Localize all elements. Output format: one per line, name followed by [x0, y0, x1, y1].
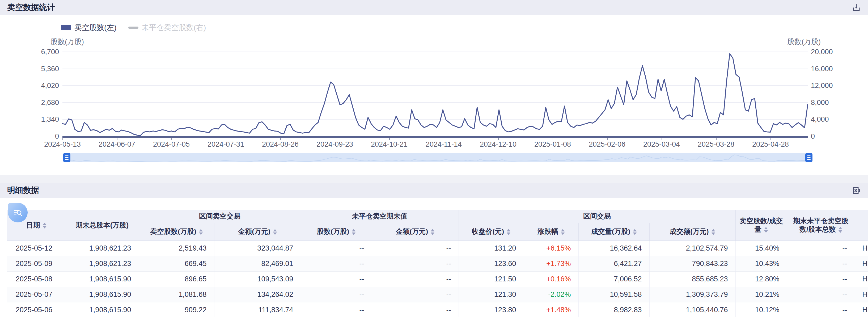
cell-short-shares: 1,081.68 [139, 287, 214, 302]
cell-ratio: 10.12% [736, 302, 787, 317]
cell-turnover: 1,309,373.79 [649, 287, 736, 302]
cell-short-amount: 323,044.87 [214, 241, 301, 256]
short-shares-line-series [0, 15, 868, 176]
chart-panel-header: 卖空数据统计 [0, 0, 868, 15]
detail-data-table: 日期 期末总股本(万股) 区间卖空交易 未平仓卖空期末值 区间交易 卖空股数/成… [7, 210, 868, 317]
cell-extra: H [855, 287, 868, 302]
cell-open-shares: -- [301, 256, 372, 271]
sort-icon[interactable] [633, 229, 637, 235]
cell-change: +0.16% [524, 271, 579, 287]
cell-date: 2025-05-09 [7, 256, 66, 271]
cell-capital: 1,908,621.23 [66, 256, 139, 271]
group-header-open-short: 未平仓卖空期末值 [301, 210, 459, 223]
cell-change: -2.02% [524, 287, 579, 302]
cell-capital: 1,908,615.90 [66, 271, 139, 287]
table-row: 2025-05-061,908,615.90909.22111,834.74--… [7, 302, 868, 317]
cell-extra: H [855, 241, 868, 256]
datazoom-slider[interactable] [63, 153, 812, 162]
sort-icon[interactable] [507, 229, 510, 235]
cell-end-ratio: -- [787, 302, 855, 317]
cell-short-shares: 909.22 [139, 302, 214, 317]
sort-icon[interactable] [352, 229, 355, 235]
col-header-volume[interactable]: 成交量(万股) [579, 223, 649, 241]
cell-close: 123.60 [459, 256, 524, 271]
cell-capital: 1,908,615.90 [66, 302, 139, 317]
cell-turnover: 1,105,440.76 [649, 302, 736, 317]
col-header-close[interactable]: 收盘价(元) [459, 223, 524, 241]
col-header-open-shares[interactable]: 股数(万股) [301, 223, 372, 241]
cell-turnover: 855,685.23 [649, 271, 736, 287]
group-header-short-trade: 区间卖空交易 [139, 210, 301, 223]
cell-change: +6.15% [524, 241, 579, 256]
chart-body: 卖空股数(左) 未平仓卖空股数(右) 股数(万股) 股数(万股) 001,340… [0, 15, 868, 176]
col-header-short-ratio[interactable]: 卖空股数/成交量 [736, 210, 787, 241]
cell-change: +1.48% [524, 302, 579, 317]
cell-open-amount: -- [372, 271, 459, 287]
col-header-short-shares[interactable]: 卖空股数(万股) [139, 223, 214, 241]
datazoom-right-handle[interactable] [805, 153, 812, 162]
col-header-end-open-ratio[interactable]: 期末未平仓卖空股数/股本总数 [787, 210, 855, 241]
sort-icon[interactable] [273, 229, 277, 235]
cell-short-amount: 134,264.02 [214, 287, 301, 302]
cell-open-shares: -- [301, 271, 372, 287]
cell-change: +1.73% [524, 256, 579, 271]
detail-table-panel: 明细数据 [0, 183, 868, 317]
cell-volume: 8,982.83 [579, 302, 649, 317]
cell-end-ratio: -- [787, 256, 855, 271]
cell-close: 131.20 [459, 241, 524, 256]
col-header-turnover[interactable]: 成交额(万元) [649, 223, 736, 241]
x-axis-line [62, 136, 808, 138]
cell-turnover: 790,843.23 [649, 256, 736, 271]
cell-end-ratio: -- [787, 241, 855, 256]
table-row: 2025-05-091,908,621.23669.4582,469.01---… [7, 256, 868, 271]
cell-open-shares: -- [301, 302, 372, 317]
col-header-short-amount[interactable]: 金额(万元) [214, 223, 301, 241]
datazoom-left-handle[interactable] [63, 153, 70, 162]
col-header-change[interactable]: 涨跌幅 [524, 223, 579, 241]
col-header-clipped [855, 210, 868, 241]
sort-icon[interactable] [561, 229, 565, 235]
cell-ratio: 15.40% [736, 241, 787, 256]
group-header-interval-trade: 区间交易 [459, 210, 736, 223]
cell-date: 2025-05-08 [7, 271, 66, 287]
cell-end-ratio: -- [787, 287, 855, 302]
table-body: 2025-05-121,908,621.232,519.43323,044.87… [7, 241, 868, 317]
excel-export-icon[interactable] [852, 186, 861, 195]
sort-icon[interactable] [43, 223, 46, 228]
cell-end-ratio: -- [787, 271, 855, 287]
cell-ratio: 10.21% [736, 287, 787, 302]
table-row: 2025-05-071,908,615.901,081.68134,264.02… [7, 287, 868, 302]
short-selling-dashboard: { "chart_panel": { "title": "卖空数据统计", "d… [0, 0, 868, 317]
table-panel-header: 明细数据 [0, 183, 868, 198]
cell-open-amount: -- [372, 256, 459, 271]
col-header-open-amount[interactable]: 金额(万元) [372, 223, 459, 241]
cell-volume: 7,006.52 [579, 271, 649, 287]
filter-search-icon[interactable] [8, 203, 28, 222]
cell-open-amount: -- [372, 287, 459, 302]
download-icon[interactable] [852, 3, 861, 12]
cell-volume: 16,362.64 [579, 241, 649, 256]
cell-extra: H [855, 271, 868, 287]
sort-icon[interactable] [838, 227, 842, 233]
cell-close: 121.30 [459, 287, 524, 302]
chart-panel: 卖空数据统计 卖空股数(左) 未平仓卖空股数(右) 股数(万股) 股数(万股) … [0, 0, 868, 176]
sort-icon[interactable] [199, 229, 203, 235]
table-area: 日期 期末总股本(万股) 区间卖空交易 未平仓卖空期末值 区间交易 卖空股数/成… [0, 198, 868, 317]
table-header: 日期 期末总股本(万股) 区间卖空交易 未平仓卖空期末值 区间交易 卖空股数/成… [7, 210, 868, 241]
cell-short-shares: 896.65 [139, 271, 214, 287]
cell-open-shares: -- [301, 287, 372, 302]
cell-date: 2025-05-06 [7, 302, 66, 317]
cell-short-amount: 82,469.01 [214, 256, 301, 271]
cell-close: 121.50 [459, 271, 524, 287]
table-row: 2025-05-121,908,621.232,519.43323,044.87… [7, 241, 868, 256]
sort-icon[interactable] [431, 229, 434, 235]
sort-icon[interactable] [712, 229, 715, 235]
table-row: 2025-05-081,908,615.90896.65109,543.09--… [7, 271, 868, 287]
table-panel-title: 明细数据 [7, 185, 39, 196]
cell-extra: H [855, 256, 868, 271]
cell-volume: 6,421.27 [579, 256, 649, 271]
cell-date: 2025-05-12 [7, 241, 66, 256]
cell-ratio: 10.43% [736, 256, 787, 271]
sort-icon[interactable] [764, 227, 768, 233]
cell-open-amount: -- [372, 241, 459, 256]
